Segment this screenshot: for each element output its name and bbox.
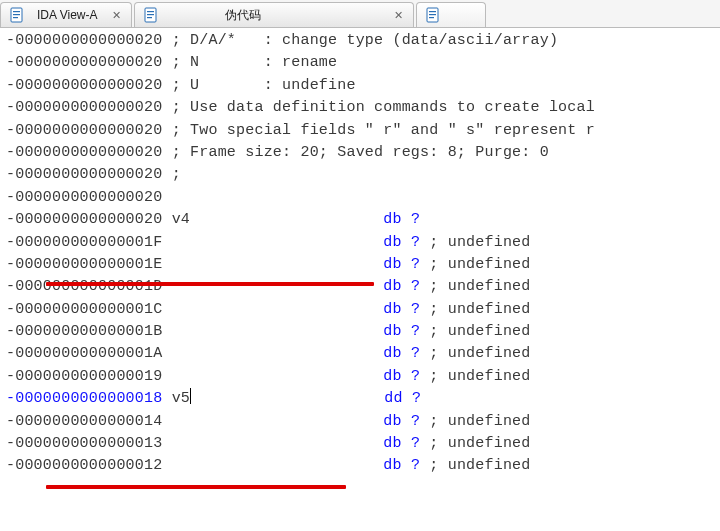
document-icon: [425, 7, 441, 23]
annotation-line: [46, 282, 374, 286]
annotation-line: [46, 485, 346, 489]
svg-rect-1: [13, 11, 20, 12]
document-icon: [143, 7, 159, 23]
svg-rect-6: [147, 14, 154, 15]
svg-rect-5: [147, 11, 154, 12]
svg-rect-10: [429, 14, 436, 15]
svg-rect-11: [429, 17, 434, 18]
svg-rect-7: [147, 17, 152, 18]
code-listing: -0000000000000020 ; D/A/* : change type …: [0, 28, 720, 480]
svg-rect-3: [13, 17, 18, 18]
tab-pseudocode[interactable]: 伪代码 ✕: [134, 2, 414, 27]
close-icon[interactable]: ✕: [391, 8, 405, 22]
tab-label: 伪代码: [165, 7, 321, 24]
close-icon[interactable]: ✕: [109, 8, 123, 22]
document-icon: [9, 7, 25, 23]
tab-ida-view[interactable]: IDA View-A ✕: [0, 2, 132, 27]
tab-bar: IDA View-A ✕ 伪代码 ✕: [0, 0, 720, 28]
svg-rect-2: [13, 14, 20, 15]
disassembly-view[interactable]: -0000000000000020 ; D/A/* : change type …: [0, 28, 720, 531]
tab-label: IDA View-A: [31, 8, 103, 22]
tab-unknown[interactable]: [416, 2, 486, 27]
svg-rect-9: [429, 11, 436, 12]
